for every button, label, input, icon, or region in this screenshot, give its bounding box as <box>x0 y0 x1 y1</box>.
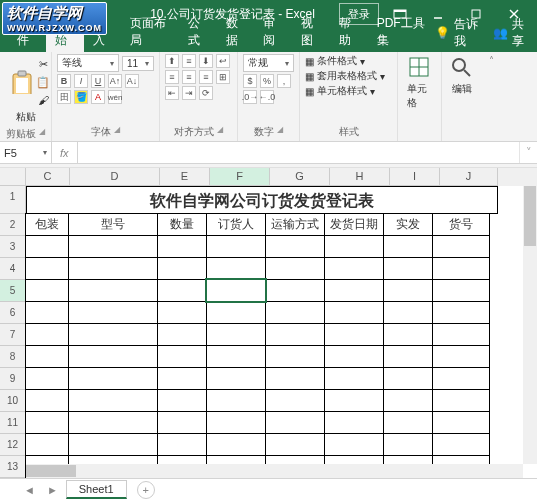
table-header-cell[interactable]: 订货人 <box>206 213 266 236</box>
tab-layout[interactable]: 页面布局 <box>121 12 179 52</box>
cell[interactable] <box>68 367 158 390</box>
cell[interactable] <box>265 235 325 258</box>
cell[interactable] <box>432 235 490 258</box>
cell[interactable] <box>265 301 325 324</box>
column-header[interactable]: E <box>160 168 210 186</box>
cell[interactable] <box>157 411 207 434</box>
table-header-cell[interactable]: 型号 <box>68 213 158 236</box>
worksheet-grid[interactable]: CDEFGHIJ 1软件自学网公司订货发货登记表2包装型号数量订货人运输方式发货… <box>0 168 537 478</box>
currency-button[interactable]: $ <box>243 74 257 88</box>
dialog-launcher-icon[interactable]: ◢ <box>39 127 45 141</box>
font-size-dropdown[interactable]: 11▾ <box>122 56 154 71</box>
align-top-button[interactable]: ⬆ <box>165 54 179 68</box>
cell[interactable] <box>432 389 490 412</box>
phonetic-button[interactable]: wén <box>108 90 122 104</box>
cell[interactable] <box>265 433 325 456</box>
cell[interactable] <box>68 279 158 302</box>
cell[interactable] <box>206 367 266 390</box>
cell[interactable] <box>383 323 433 346</box>
cell[interactable] <box>383 411 433 434</box>
cell[interactable] <box>324 433 384 456</box>
column-header[interactable]: J <box>440 168 498 186</box>
cell[interactable] <box>265 367 325 390</box>
cell[interactable] <box>432 279 490 302</box>
row-header[interactable]: 6 <box>0 302 26 324</box>
cell[interactable] <box>206 411 266 434</box>
column-header[interactable]: D <box>70 168 160 186</box>
cell[interactable] <box>265 279 325 302</box>
underline-button[interactable]: U <box>91 74 105 88</box>
align-right-button[interactable]: ≡ <box>199 70 213 84</box>
cell[interactable] <box>265 323 325 346</box>
cell[interactable] <box>324 323 384 346</box>
cell[interactable] <box>265 389 325 412</box>
orientation-button[interactable]: ⟳ <box>199 86 213 100</box>
row-header[interactable]: 8 <box>0 346 26 368</box>
cell[interactable] <box>25 279 69 302</box>
align-left-button[interactable]: ≡ <box>165 70 179 84</box>
cell[interactable] <box>383 279 433 302</box>
row-header[interactable]: 9 <box>0 368 26 390</box>
merge-button[interactable]: ⊞ <box>216 70 230 84</box>
cell[interactable] <box>206 257 266 280</box>
cell[interactable] <box>206 323 266 346</box>
cell[interactable] <box>157 389 207 412</box>
tab-data[interactable]: 数据 <box>217 12 255 52</box>
table-header-cell[interactable]: 包装 <box>25 213 69 236</box>
cell[interactable] <box>157 235 207 258</box>
cell[interactable] <box>432 433 490 456</box>
cell[interactable] <box>383 433 433 456</box>
percent-button[interactable]: % <box>260 74 274 88</box>
row-header[interactable]: 3 <box>0 236 26 258</box>
name-box[interactable]: F5▾ <box>0 142 52 163</box>
table-header-cell[interactable]: 数量 <box>157 213 207 236</box>
horizontal-scrollbar[interactable] <box>26 464 523 478</box>
cell[interactable] <box>383 257 433 280</box>
cell[interactable] <box>432 257 490 280</box>
cell[interactable] <box>157 433 207 456</box>
row-header[interactable]: 2 <box>0 214 26 236</box>
cell[interactable] <box>157 345 207 368</box>
cell[interactable] <box>68 433 158 456</box>
cell[interactable] <box>432 301 490 324</box>
row-header[interactable]: 1 <box>0 186 26 214</box>
increase-indent-button[interactable]: ⇥ <box>182 86 196 100</box>
column-header[interactable]: F <box>210 168 270 186</box>
cell[interactable] <box>68 345 158 368</box>
cell[interactable] <box>324 257 384 280</box>
cell[interactable] <box>324 389 384 412</box>
cell[interactable] <box>68 257 158 280</box>
sheet-nav-next[interactable]: ► <box>43 484 62 496</box>
paste-button[interactable]: ✂ 📋 🖌 粘贴 <box>5 54 46 126</box>
cut-icon[interactable]: ✂ <box>35 56 51 72</box>
cell[interactable] <box>265 345 325 368</box>
align-bottom-button[interactable]: ⬇ <box>199 54 213 68</box>
editing-button[interactable]: 编辑 <box>447 54 477 98</box>
cell[interactable] <box>206 389 266 412</box>
italic-button[interactable]: I <box>74 74 88 88</box>
cell[interactable] <box>157 279 207 302</box>
cell[interactable] <box>68 301 158 324</box>
cell[interactable] <box>324 411 384 434</box>
vertical-scrollbar[interactable] <box>523 186 537 464</box>
cell[interactable] <box>206 301 266 324</box>
table-header-cell[interactable]: 运输方式 <box>265 213 325 236</box>
row-header[interactable]: 5 <box>0 280 26 302</box>
font-color-button[interactable]: A <box>91 90 105 104</box>
cell[interactable] <box>68 323 158 346</box>
cell[interactable] <box>265 257 325 280</box>
cell[interactable] <box>324 235 384 258</box>
cell[interactable] <box>265 411 325 434</box>
cell[interactable] <box>432 345 490 368</box>
sheet-nav-prev[interactable]: ◄ <box>20 484 39 496</box>
cell[interactable] <box>432 367 490 390</box>
font-name-dropdown[interactable]: 等线▾ <box>57 54 119 72</box>
dialog-launcher-icon[interactable]: ◢ <box>277 125 283 139</box>
wrap-text-button[interactable]: ↩ <box>216 54 230 68</box>
decrease-font-button[interactable]: A↓ <box>125 74 139 88</box>
cell[interactable] <box>432 411 490 434</box>
increase-decimal-button[interactable]: .0→ <box>243 90 257 104</box>
cell[interactable] <box>324 301 384 324</box>
cell[interactable] <box>206 235 266 258</box>
decrease-decimal-button[interactable]: ←.0 <box>260 90 274 104</box>
